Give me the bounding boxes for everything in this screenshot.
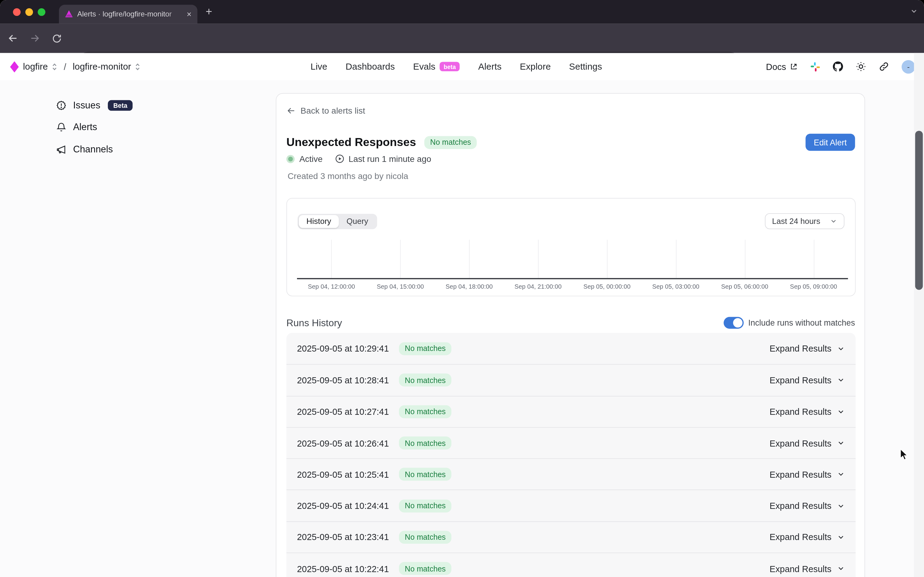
expand-results-button[interactable]: Expand Results [770, 469, 845, 480]
run-timestamp: 2025-09-05 at 10:22:41 [297, 564, 389, 574]
project-switcher[interactable]: logfire-monitor [73, 61, 131, 72]
run-timestamp: 2025-09-05 at 10:25:41 [297, 469, 389, 480]
chevron-down-icon [837, 345, 845, 353]
org-switcher[interactable]: logfire [23, 61, 48, 72]
tab-history[interactable]: History [299, 215, 339, 227]
run-timestamp: 2025-09-05 at 10:27:41 [297, 406, 389, 417]
project-switcher-chevrons-icon[interactable] [135, 62, 140, 71]
run-status-badge: No matches [399, 500, 452, 512]
run-timestamp: 2025-09-05 at 10:28:41 [297, 375, 389, 385]
nav-settings[interactable]: Settings [569, 61, 602, 72]
browser-tab-bar: Alerts · logfire/logfire-monitor × + [0, 0, 924, 24]
tab-search-chevron-icon[interactable] [910, 7, 918, 15]
sidebar-item-channels[interactable]: Channels [56, 139, 233, 160]
breadcrumb-separator: / [64, 62, 66, 72]
run-row[interactable]: 2025-09-05 at 10:25:41 No matches Expand… [286, 458, 856, 490]
active-status-label: Active [300, 154, 323, 163]
nav-evals-label: Evals [413, 61, 435, 72]
history-query-tabs: History Query [298, 213, 377, 229]
chevron-down-icon [837, 533, 845, 541]
nav-evals[interactable]: Evals beta [413, 61, 460, 72]
tick-label: Sep 05, 06:00:00 [710, 283, 779, 290]
sidebar-label-alerts: Alerts [73, 122, 97, 133]
bell-icon [56, 122, 67, 133]
sidebar-item-alerts[interactable]: Alerts [56, 116, 233, 139]
chevron-down-icon [837, 471, 845, 479]
back-to-alerts-link[interactable]: Back to alerts list [286, 106, 365, 116]
expand-results-button[interactable]: Expand Results [770, 343, 845, 354]
expand-results-button[interactable]: Expand Results [770, 501, 845, 511]
active-status-dot [286, 155, 295, 163]
run-row[interactable]: 2025-09-05 at 10:27:41 No matches Expand… [286, 396, 856, 427]
browser-toolbar: logfire-us.pydantic.dev/logfire/logfire-… [0, 24, 924, 53]
main-nav: Live Dashboards Evals beta Alerts Explor… [310, 53, 602, 81]
tab-query[interactable]: Query [339, 215, 376, 227]
tick-label: Sep 04, 12:00:00 [297, 283, 366, 290]
run-row[interactable]: 2025-09-05 at 10:22:41 No matches Expand… [286, 553, 856, 577]
time-range-value: Last 24 hours [772, 217, 821, 226]
org-switcher-chevrons-icon[interactable] [52, 62, 57, 71]
chart-x-axis [297, 278, 848, 279]
tick-label: Sep 04, 15:00:00 [366, 283, 434, 290]
run-row[interactable]: 2025-09-05 at 10:28:41 No matches Expand… [286, 364, 856, 396]
slack-icon[interactable] [810, 62, 821, 72]
tab-title: Alerts · logfire/logfire-monitor [77, 10, 183, 18]
github-icon[interactable] [833, 61, 843, 72]
back-label: Back to alerts list [301, 106, 365, 116]
tab-close-icon[interactable]: × [187, 10, 192, 18]
title-status-badge: No matches [424, 136, 477, 149]
page-scrollbar-thumb[interactable] [915, 131, 923, 290]
run-timestamp: 2025-09-05 at 10:29:41 [297, 343, 389, 354]
app-navbar: logfire / logfire-monitor Live Dashboard… [0, 53, 924, 81]
expand-results-button[interactable]: Expand Results [770, 438, 845, 448]
edit-alert-button[interactable]: Edit Alert [805, 134, 855, 151]
run-timestamp: 2025-09-05 at 10:26:41 [297, 438, 389, 448]
run-row[interactable]: 2025-09-05 at 10:29:41 No matches Expand… [286, 333, 856, 364]
chevron-down-icon [837, 408, 845, 416]
expand-results-button[interactable]: Expand Results [770, 375, 845, 385]
minimize-window-button[interactable] [25, 8, 33, 16]
expand-results-button[interactable]: Expand Results [770, 406, 845, 417]
run-status-badge: No matches [399, 405, 452, 418]
history-chart-card: History Query Last 24 hours [286, 198, 856, 296]
tick-label: Sep 05, 09:00:00 [779, 283, 848, 290]
megaphone-icon [56, 144, 67, 155]
close-window-button[interactable] [13, 8, 21, 16]
nav-live[interactable]: Live [310, 61, 327, 72]
expand-results-label: Expand Results [770, 438, 832, 448]
page-scrollbar-track[interactable] [914, 53, 924, 577]
page-title: Unexpected Responses [286, 135, 416, 149]
run-row[interactable]: 2025-09-05 at 10:24:41 No matches Expand… [286, 490, 856, 521]
nav-explore[interactable]: Explore [520, 61, 551, 72]
run-status-badge: No matches [399, 342, 452, 355]
expand-results-label: Expand Results [770, 343, 832, 354]
time-range-select[interactable]: Last 24 hours [765, 213, 845, 229]
share-link-icon[interactable] [879, 61, 889, 72]
user-avatar[interactable]: - [902, 60, 915, 73]
logfire-logo-icon [10, 61, 19, 73]
run-row[interactable]: 2025-09-05 at 10:23:41 No matches Expand… [286, 521, 856, 553]
run-status-badge: No matches [399, 562, 452, 575]
nav-alerts[interactable]: Alerts [478, 61, 502, 72]
browser-tab[interactable]: Alerts · logfire/logfire-monitor × [59, 5, 197, 24]
include-runs-toggle[interactable] [724, 317, 744, 329]
alert-history-chart [297, 240, 848, 278]
run-row[interactable]: 2025-09-05 at 10:26:41 No matches Expand… [286, 427, 856, 458]
nav-dashboards[interactable]: Dashboards [345, 61, 395, 72]
alerts-sidebar: Issues Beta Alerts Channels [56, 94, 233, 161]
sidebar-item-issues[interactable]: Issues Beta [56, 94, 233, 116]
run-status-badge: No matches [399, 530, 452, 543]
theme-sun-icon[interactable] [856, 61, 866, 72]
docs-label: Docs [766, 62, 786, 72]
expand-results-button[interactable]: Expand Results [770, 532, 845, 542]
expand-results-button[interactable]: Expand Results [770, 564, 845, 574]
forward-icon[interactable] [29, 33, 40, 44]
reload-icon[interactable] [52, 33, 62, 44]
docs-link[interactable]: Docs [766, 62, 798, 72]
back-icon[interactable] [8, 33, 18, 44]
new-tab-button[interactable]: + [206, 5, 212, 18]
zoom-window-button[interactable] [37, 8, 45, 16]
tick-label: Sep 04, 21:00:00 [503, 283, 572, 290]
tick-label: Sep 05, 03:00:00 [641, 283, 710, 290]
alert-title-row: Unexpected Responses No matches Edit Ale… [286, 134, 855, 151]
